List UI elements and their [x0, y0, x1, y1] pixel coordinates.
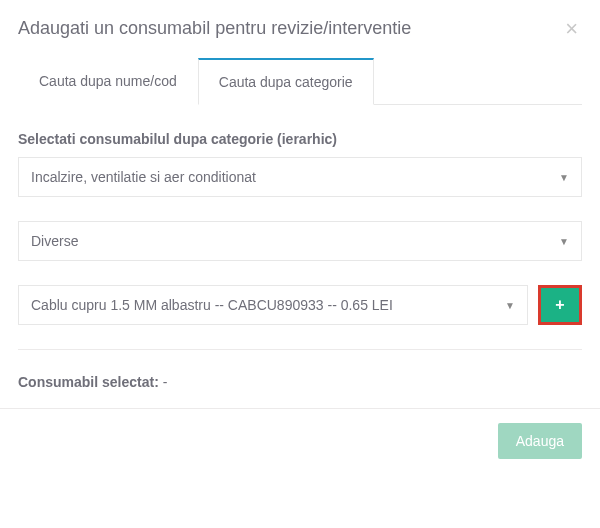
chevron-down-icon: ▼	[559, 172, 569, 183]
category1-value: Incalzire, ventilatie si aer conditionat	[31, 169, 256, 185]
plus-icon: +	[555, 296, 564, 314]
category2-value: Diverse	[31, 233, 78, 249]
category2-select[interactable]: Diverse ▼	[18, 221, 582, 261]
tabs: Cauta dupa nume/cod Cauta dupa categorie	[18, 58, 582, 105]
selected-label: Consumabil selectat:	[18, 374, 163, 390]
add-button[interactable]: +	[538, 285, 582, 325]
chevron-down-icon: ▼	[505, 300, 515, 311]
selected-value: -	[163, 374, 168, 390]
chevron-down-icon: ▼	[559, 236, 569, 247]
tab-search-name[interactable]: Cauta dupa nume/cod	[18, 58, 198, 105]
selected-consumable-row: Consumabil selectat: -	[18, 374, 582, 390]
close-button[interactable]: ×	[561, 18, 582, 40]
product-value: Cablu cupru 1.5 MM albastru -- CABCU8909…	[31, 297, 393, 313]
section-label: Selectati consumabilul dupa categorie (i…	[18, 131, 582, 147]
modal-footer: Adauga	[0, 408, 600, 473]
tab-search-category[interactable]: Cauta dupa categorie	[198, 58, 374, 105]
submit-button[interactable]: Adauga	[498, 423, 582, 459]
divider	[18, 349, 582, 350]
category1-select[interactable]: Incalzire, ventilatie si aer conditionat…	[18, 157, 582, 197]
product-select[interactable]: Cablu cupru 1.5 MM albastru -- CABCU8909…	[18, 285, 528, 325]
modal-title: Adaugati un consumabil pentru revizie/in…	[18, 18, 411, 39]
